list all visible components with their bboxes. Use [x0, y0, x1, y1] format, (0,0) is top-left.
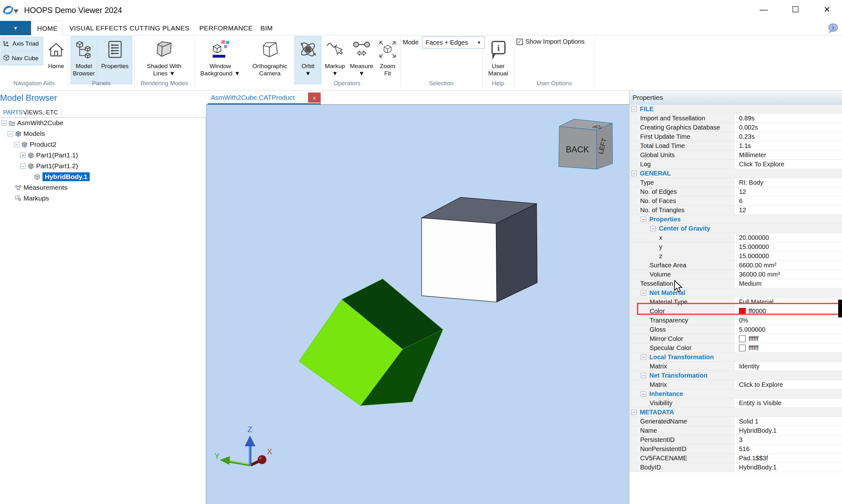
color-swatch[interactable] [739, 336, 746, 342]
zoom-fit-button[interactable]: Zoom Fit [376, 36, 399, 84]
nav-cube-toggle[interactable]: Nav Cube [1, 51, 43, 65]
property-value[interactable]: Entity is Visible [739, 399, 782, 407]
property-value[interactable]: ffffff [749, 335, 759, 342]
tree-item-label[interactable]: Models [23, 130, 45, 138]
document-tab[interactable]: AsmWith2Cube.CATProduct x [208, 92, 321, 103]
collapse-icon[interactable]: − [650, 226, 656, 231]
property-value[interactable]: 5.000000 [739, 326, 765, 333]
minimize-button[interactable]: — [756, 3, 771, 16]
tab-home[interactable]: HOME [32, 21, 62, 35]
property-value[interactable]: RI: Body [739, 179, 764, 186]
property-value[interactable]: 36000.00 mm³ [739, 271, 780, 278]
info-icon[interactable]: i [828, 23, 839, 35]
tree-item-label[interactable]: AsmWith2Cube [17, 119, 64, 127]
tab-views-etc[interactable]: VIEWS, ETC [20, 108, 61, 117]
tree-item-label[interactable]: Part1(Part1.1) [36, 151, 78, 159]
white-cube-model[interactable] [422, 197, 537, 302]
model-browser-button[interactable]: Model Browser [71, 36, 97, 84]
property-value[interactable]: 12 [739, 188, 746, 196]
collapse-icon[interactable]: − [7, 131, 13, 137]
section-label: Net Transformation [649, 372, 707, 379]
tab-bim[interactable]: BIM [256, 21, 277, 35]
nav-cube-back-label[interactable]: BACK [566, 145, 589, 154]
property-value[interactable]: ff0000 [749, 308, 766, 315]
quick-access-menu-icon[interactable]: ▬▼ [14, 8, 18, 13]
file-menu-button[interactable]: ▼ [0, 21, 31, 35]
property-value[interactable]: 3 [739, 436, 742, 444]
nav-cube-widget[interactable]: BACK LEFT TOP [559, 119, 613, 169]
property-value[interactable]: 15.000000 [739, 252, 769, 260]
show-import-options-checkbox[interactable]: ✓ Show Import Options [517, 38, 585, 45]
tree-item-asmwith2cube[interactable]: −AsmWith2Cube [0, 118, 206, 128]
measure-button[interactable]: Measure ▼ [348, 36, 375, 84]
property-value[interactable]: 15.000000 [739, 243, 769, 251]
property-value[interactable]: 6600.00 mm² [739, 262, 776, 269]
tree-item-label[interactable]: Markups [23, 195, 49, 202]
document-tab-close-button[interactable]: x [308, 92, 321, 103]
collapse-icon[interactable]: − [14, 142, 19, 147]
property-value[interactable]: 516 [739, 445, 750, 453]
property-value[interactable]: Click to Explore [739, 381, 783, 389]
tree-item-markups[interactable]: Markups [0, 193, 206, 204]
collapse-icon[interactable]: − [641, 290, 646, 295]
collapse-icon[interactable]: − [631, 171, 637, 176]
axis-triad-toggle[interactable]: Axis Triad [1, 37, 43, 51]
selection-mode-dropdown[interactable]: Faces + Edges ▼ [422, 36, 485, 49]
maximize-button[interactable]: ☐ [788, 3, 803, 16]
property-value[interactable]: 6 [739, 197, 742, 205]
property-value[interactable]: Pad.1$$3f [739, 454, 768, 462]
shaded-with-lines-button[interactable]: Shaded With Lines ▼ [137, 36, 192, 84]
property-value[interactable]: Click To Explore [739, 161, 784, 168]
property-value[interactable]: 0.89s [739, 115, 754, 122]
expand-icon[interactable]: + [20, 153, 26, 158]
tree-item-models[interactable]: −Models [0, 128, 206, 139]
property-value[interactable]: ffffff [749, 344, 759, 352]
color-swatch[interactable] [739, 345, 746, 351]
property-value[interactable]: Full Material [739, 299, 773, 306]
tree-item-part1-part1-2-[interactable]: −Part1(Part1.2) [0, 161, 206, 172]
tree-item-product2[interactable]: −Product2 [0, 139, 206, 150]
collapse-icon[interactable]: − [631, 410, 637, 415]
properties-panel-button[interactable]: Properties [97, 36, 132, 84]
tree-item-hybridbody-1[interactable]: HybridBody.1 [0, 172, 206, 182]
tab-cutting-planes[interactable]: CUTTING PLANES [125, 21, 194, 35]
tree-item-label[interactable]: Product2 [30, 141, 56, 148]
collapse-icon[interactable]: − [641, 373, 646, 378]
property-value[interactable]: Identity [739, 363, 759, 370]
tree-item-label[interactable]: Measurements [23, 184, 68, 191]
tree-item-label[interactable]: Part1(Part1.2) [36, 162, 78, 170]
orbit-button[interactable]: Orbit ▼ [295, 36, 321, 84]
collapse-icon[interactable]: − [631, 106, 637, 112]
orthographic-camera-button[interactable]: Orthographic Camera [247, 36, 293, 84]
tab-performance[interactable]: PERFORMANCE [195, 21, 257, 35]
property-value[interactable]: 0.23s [739, 133, 754, 140]
color-swatch[interactable] [739, 308, 746, 314]
property-value[interactable]: 20.000000 [739, 234, 769, 241]
property-label: Log [640, 161, 650, 168]
property-value[interactable]: Millimeter [739, 151, 766, 159]
property-value[interactable]: 0% [739, 317, 748, 324]
tab-visual-effects[interactable]: VISUAL EFFECTS [65, 21, 131, 35]
collapse-icon[interactable]: − [641, 355, 646, 360]
viewport-3d[interactable]: BACK LEFT TOP Z Y X [206, 105, 629, 504]
property-value[interactable]: 12 [739, 206, 746, 214]
collapse-icon[interactable]: − [20, 163, 26, 169]
property-value[interactable]: 0.002s [739, 124, 758, 131]
collapse-icon[interactable]: − [641, 217, 646, 222]
window-background-button[interactable]: Window Background ▼ [195, 36, 245, 84]
property-value[interactable]: 1.1s [739, 142, 751, 149]
markup-button[interactable]: Markup ▼ [322, 36, 348, 84]
collapse-icon[interactable]: − [641, 391, 646, 397]
home-button[interactable]: Home [44, 36, 68, 84]
tree-item-measurements[interactable]: Measurements [0, 182, 206, 193]
user-manual-button[interactable]: i User Manual [484, 36, 512, 84]
close-button[interactable]: ✕ [820, 3, 835, 16]
property-value[interactable]: Medium [739, 280, 762, 287]
property-value[interactable]: Solid 1 [739, 418, 758, 425]
collapse-icon[interactable]: − [1, 120, 7, 126]
property-row-type: TypeRI: Body [629, 178, 842, 187]
tree-item-part1-part1-1-[interactable]: +Part1(Part1.1) [0, 150, 206, 161]
tree-item-label[interactable]: HybridBody.1 [42, 172, 90, 181]
property-value[interactable]: HybridBody.1 [739, 464, 777, 471]
property-value[interactable]: HybridBody.1 [739, 427, 777, 434]
